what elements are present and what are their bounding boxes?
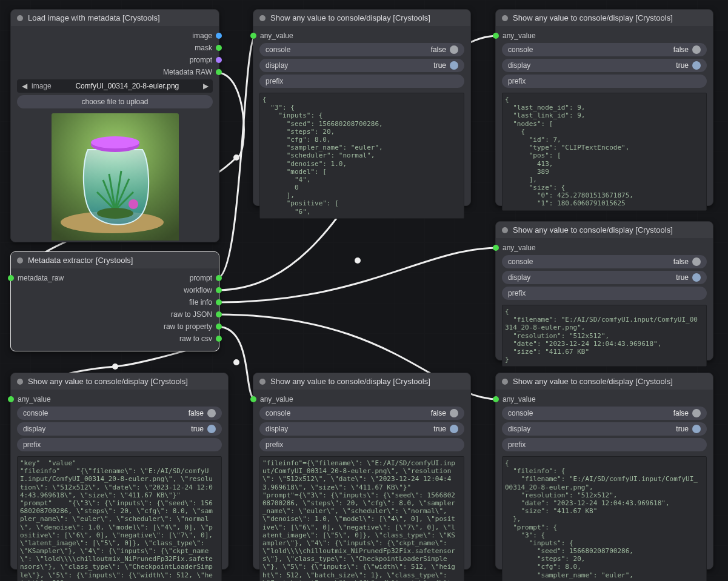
selector-value: ComfyUI_00314_20-8-euler.png bbox=[54, 82, 201, 90]
input-port-any-value[interactable] bbox=[493, 245, 499, 251]
display-toggle[interactable]: display true bbox=[502, 271, 707, 284]
display-toggle[interactable]: display true bbox=[17, 422, 222, 436]
prefix-field[interactable]: prefix bbox=[17, 438, 222, 451]
collapse-dot-icon[interactable] bbox=[502, 15, 508, 21]
collapse-dot-icon[interactable] bbox=[259, 379, 265, 385]
node-title: Show any value to console/display [Cryst… bbox=[28, 377, 188, 386]
node-header[interactable]: Metadata extractor [Crystools] bbox=[11, 252, 219, 268]
output-port-metadata-raw[interactable] bbox=[216, 69, 222, 75]
output-text-pane[interactable]: { "3": { "inputs": { "seed": 15668020870… bbox=[259, 93, 464, 219]
collapse-dot-icon[interactable] bbox=[502, 227, 508, 233]
input-port-metadata-raw[interactable] bbox=[8, 275, 14, 281]
output-text-pane[interactable]: { "fileinfo": { "filename": "E:/AI/SD/co… bbox=[502, 456, 707, 581]
display-toggle[interactable]: display true bbox=[502, 422, 707, 436]
input-any-value-label: any_value bbox=[503, 32, 536, 40]
input-port-any-value[interactable] bbox=[493, 396, 499, 402]
node-load-image[interactable]: Load image with metadata [Crystools] ima… bbox=[10, 9, 219, 242]
node-show-any-prompt[interactable]: Show any value to console/display [Cryst… bbox=[253, 9, 471, 206]
choose-file-button[interactable]: choose file to upload bbox=[17, 95, 213, 108]
display-label: display bbox=[23, 425, 45, 433]
output-fileinfo-label: file info bbox=[189, 298, 212, 307]
display-value: true bbox=[676, 425, 689, 433]
choose-file-label: choose file to upload bbox=[81, 98, 148, 106]
node-show-any-workflow[interactable]: Show any value to console/display [Cryst… bbox=[495, 9, 713, 206]
console-toggle[interactable]: console false bbox=[259, 43, 464, 56]
image-selector[interactable]: ◀ image ComfyUI_00314_20-8-euler.png ▶ bbox=[17, 79, 213, 93]
prefix-field[interactable]: prefix bbox=[259, 438, 464, 451]
node-metadata-extractor[interactable]: Metadata extractor [Crystools] metadata_… bbox=[10, 251, 219, 351]
toggle-icon bbox=[450, 409, 458, 417]
prefix-label: prefix bbox=[508, 289, 526, 297]
node-header[interactable]: Show any value to console/display [Cryst… bbox=[496, 373, 713, 390]
node-header[interactable]: Load image with metadata [Crystools] bbox=[11, 10, 219, 26]
node-show-any-csv[interactable]: Show any value to console/display [Cryst… bbox=[10, 373, 229, 569]
console-value: false bbox=[431, 409, 446, 417]
collapse-dot-icon[interactable] bbox=[17, 257, 23, 264]
svg-point-8 bbox=[129, 199, 138, 209]
input-port-any-value[interactable] bbox=[250, 33, 256, 39]
toggle-icon bbox=[450, 425, 458, 433]
prefix-field[interactable]: prefix bbox=[502, 75, 707, 88]
toggle-icon bbox=[692, 425, 701, 433]
output-port-prompt[interactable] bbox=[216, 57, 222, 63]
display-toggle[interactable]: display true bbox=[259, 59, 464, 72]
output-raw-property-label: raw to property bbox=[164, 322, 212, 331]
output-raw-json-label: raw to JSON bbox=[171, 310, 212, 319]
display-label: display bbox=[265, 61, 288, 70]
output-port-raw-json[interactable] bbox=[216, 311, 222, 317]
node-show-any-property[interactable]: Show any value to console/display [Cryst… bbox=[253, 373, 471, 569]
console-toggle[interactable]: console false bbox=[502, 407, 707, 420]
output-port-raw-csv[interactable] bbox=[216, 336, 222, 342]
output-port-raw-property[interactable] bbox=[216, 324, 222, 330]
toggle-icon bbox=[692, 61, 701, 70]
prefix-field[interactable]: prefix bbox=[502, 438, 707, 451]
display-value: true bbox=[433, 425, 446, 433]
input-port-any-value[interactable] bbox=[8, 396, 14, 402]
collapse-dot-icon[interactable] bbox=[259, 15, 265, 21]
output-text-pane[interactable]: { "last_node_id": 9, "last_link_id": 9, … bbox=[502, 93, 707, 211]
collapse-dot-icon[interactable] bbox=[17, 379, 23, 385]
node-header[interactable]: Show any value to console/display [Cryst… bbox=[11, 373, 228, 390]
node-show-any-json[interactable]: Show any value to console/display [Cryst… bbox=[495, 373, 713, 569]
collapse-dot-icon[interactable] bbox=[17, 15, 23, 21]
collapse-dot-icon[interactable] bbox=[502, 379, 508, 385]
svg-point-1 bbox=[355, 257, 361, 264]
toggle-icon bbox=[692, 273, 701, 282]
output-port-mask[interactable] bbox=[216, 45, 222, 51]
console-value: false bbox=[673, 45, 689, 54]
console-label: console bbox=[265, 409, 290, 417]
output-port-fileinfo[interactable] bbox=[216, 299, 222, 305]
toggle-icon bbox=[207, 425, 216, 433]
node-show-any-fileinfo[interactable]: Show any value to console/display [Cryst… bbox=[495, 221, 713, 360]
output-port-prompt[interactable] bbox=[216, 275, 222, 281]
display-toggle[interactable]: display true bbox=[502, 59, 707, 72]
input-port-any-value[interactable] bbox=[493, 33, 499, 39]
display-label: display bbox=[508, 425, 530, 433]
output-text-pane[interactable]: { "filename": "E:/AI/SD/comfyUI.input/Co… bbox=[502, 305, 707, 367]
console-toggle[interactable]: console false bbox=[259, 407, 464, 420]
console-toggle[interactable]: console false bbox=[17, 407, 222, 420]
console-label: console bbox=[508, 257, 533, 266]
input-port-any-value[interactable] bbox=[250, 396, 256, 402]
console-toggle[interactable]: console false bbox=[502, 43, 707, 56]
prefix-field[interactable]: prefix bbox=[502, 287, 707, 300]
node-header[interactable]: Show any value to console/display [Cryst… bbox=[253, 373, 470, 390]
output-port-workflow[interactable] bbox=[216, 287, 222, 293]
next-arrow-icon[interactable]: ▶ bbox=[201, 81, 210, 91]
selector-label: image bbox=[29, 82, 54, 90]
output-port-image[interactable] bbox=[216, 33, 222, 39]
node-title: Metadata extractor [Crystools] bbox=[28, 256, 133, 265]
display-label: display bbox=[508, 273, 530, 282]
prefix-field[interactable]: prefix bbox=[259, 75, 464, 88]
output-prompt-label: prompt bbox=[190, 274, 212, 282]
output-raw-csv-label: raw to csv bbox=[179, 334, 212, 343]
toggle-icon bbox=[207, 409, 216, 417]
node-header[interactable]: Show any value to console/display [Cryst… bbox=[496, 222, 713, 238]
display-toggle[interactable]: display true bbox=[259, 422, 464, 436]
node-header[interactable]: Show any value to console/display [Cryst… bbox=[253, 10, 470, 26]
node-header[interactable]: Show any value to console/display [Cryst… bbox=[496, 10, 713, 26]
output-text-pane[interactable]: "fileinfo"={\"filename\": \"E:/AI/SD/com… bbox=[259, 456, 464, 581]
output-text-pane[interactable]: "key" "value" "fileinfo" "{\"filename\":… bbox=[17, 456, 222, 581]
prev-arrow-icon[interactable]: ◀ bbox=[19, 81, 29, 91]
console-toggle[interactable]: console false bbox=[502, 255, 707, 268]
